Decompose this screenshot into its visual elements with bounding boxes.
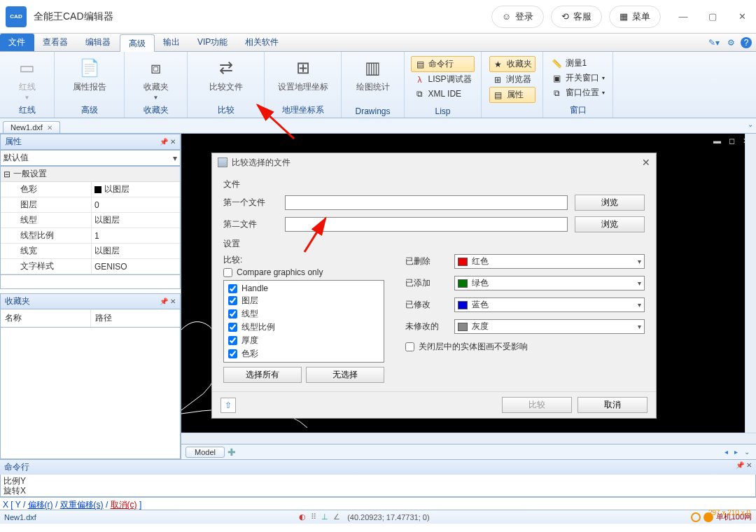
file2-label: 第二文件 — [223, 218, 278, 230]
prop-row-layer[interactable]: 图层0 — [1, 197, 180, 213]
app-title: 全能王CAD编辑器 — [34, 10, 491, 23]
help-icon[interactable]: ? — [741, 37, 752, 48]
compare-dialog: 比较选择的文件 ✕ 文件 第一个文件 浏览 第二文件 浏览 设置 比较: Com… — [211, 153, 657, 419]
added-label: 已添加 — [405, 277, 447, 289]
fav-col-path[interactable]: 路径 — [91, 309, 181, 327]
ribbon-compare-files[interactable]: ⇄比较文件 — [200, 55, 253, 94]
chk-color[interactable]: 色彩 — [228, 348, 379, 360]
chevron-down-icon: ▾ — [638, 258, 641, 265]
file1-input[interactable] — [285, 195, 568, 210]
select-none-button[interactable]: 无选择 — [306, 367, 384, 383]
menu-advanced[interactable]: 高级 — [120, 34, 155, 52]
properties-default-combo[interactable]: 默认值▾ — [0, 150, 181, 166]
prop-row-color[interactable]: 色彩以图层 — [1, 182, 180, 197]
browse2-button[interactable]: 浏览 — [575, 216, 645, 232]
ribbon-group-label: 窗口 — [545, 103, 611, 118]
favorites-body — [0, 328, 181, 459]
edit-icon[interactable]: ✎▾ — [707, 36, 721, 49]
close-button[interactable]: ✕ — [734, 11, 750, 22]
close-tab-icon[interactable]: ✕ — [47, 124, 52, 132]
login-button[interactable]: ☺登录 — [491, 6, 544, 28]
cancel-button[interactable]: 取消 — [578, 397, 648, 413]
ruler-icon: 📏 — [552, 58, 563, 69]
ribbon-attr-report[interactable]: 📄属性报告 — [63, 55, 116, 94]
prop-row-lineweight[interactable]: 线宽以图层 — [1, 244, 180, 259]
menu-vip[interactable]: VIP功能 — [189, 34, 237, 51]
ribbon-window-pos[interactable]: ⧉窗口位置▾ — [549, 85, 608, 100]
select-all-button[interactable]: 选择所有 — [223, 367, 302, 383]
pin-icon[interactable]: 📌 ✕ — [160, 298, 176, 305]
ribbon-toggle-window[interactable]: ▣开关窗口▾ — [549, 71, 608, 85]
dialog-title: 比较选择的文件 — [232, 157, 290, 169]
up-arrow-button[interactable]: ⇧ — [220, 398, 236, 413]
prop-group[interactable]: ⊟一般设置 — [1, 167, 180, 182]
added-color-select[interactable]: 绿色▾ — [454, 276, 645, 290]
maximize-button[interactable]: ▢ — [704, 11, 721, 22]
closed-layer-checkbox[interactable]: 关闭层中的实体图画不受影响 — [405, 341, 645, 353]
ribbon-favorites[interactable]: ⧈收藏夹▼ — [130, 55, 183, 102]
chk-thickness[interactable]: 厚度 — [228, 335, 379, 346]
menu-file[interactable]: 文件 — [0, 34, 34, 51]
prop-row-linescale[interactable]: 线型比例1 — [1, 228, 180, 244]
chk-handle[interactable]: Handle — [228, 284, 379, 293]
browse1-button[interactable]: 浏览 — [575, 195, 645, 211]
ribbon-fav-small[interactable]: ★收藏夹 — [489, 56, 536, 72]
menu-editor[interactable]: 编辑器 — [77, 34, 120, 51]
chk-linescale[interactable]: 线型比例 — [228, 321, 379, 333]
compare-fields-list[interactable]: Handle 图层 线型 线型比例 厚度 色彩 线宽 — [223, 280, 384, 363]
support-button[interactable]: ⟲客服 — [551, 6, 602, 28]
file2-input[interactable] — [285, 217, 568, 232]
props-icon: ▤ — [493, 90, 504, 101]
ribbon-geo-coords[interactable]: ⊞设置地理坐标 — [276, 55, 330, 94]
document-tab[interactable]: New1.dxf✕ — [3, 121, 60, 133]
ribbon-draw-stats[interactable]: ▥绘图统计 — [346, 55, 400, 94]
tabs-chevron-icon[interactable]: ⌄ — [748, 120, 753, 128]
chk-layer[interactable]: 图层 — [228, 295, 379, 307]
ribbon-browser[interactable]: ⊞浏览器 — [489, 72, 536, 87]
ribbon-props[interactable]: ▤属性 — [489, 87, 536, 103]
ribbon-cmdline[interactable]: ▤命令行 — [411, 56, 474, 72]
settings-icon[interactable]: ⚙ — [724, 36, 738, 49]
lisp-icon: λ — [414, 74, 425, 85]
compare-button[interactable]: 比较 — [502, 397, 572, 413]
collapse-icon: ⊟ — [4, 169, 10, 179]
deleted-color-select[interactable]: 红色▾ — [454, 254, 645, 269]
tab-nav-icons[interactable]: ◂ ▸ ⌄ — [724, 448, 752, 456]
scrollbar-horizontal[interactable] — [181, 433, 756, 444]
dialog-close-icon[interactable]: ✕ — [642, 157, 650, 168]
command-input[interactable]: X [ Y / 偏移(r) / 双重偏移(s) / 取消(c) ] — [0, 497, 756, 510]
minimize-button[interactable]: — — [675, 11, 692, 22]
menu-viewer[interactable]: 查看器 — [34, 34, 77, 51]
unchanged-color-select[interactable]: 灰度▾ — [454, 319, 645, 334]
document-tabs: New1.dxf✕ ⌄ — [0, 118, 756, 134]
prop-row-textstyle[interactable]: 文字样式GENISO — [1, 259, 180, 274]
chk-linetype[interactable]: 线型 — [228, 308, 379, 320]
star-icon: ★ — [493, 59, 504, 70]
status-coords: (40.20923; 17.47731; 0) — [347, 513, 429, 522]
menu-related[interactable]: 相关软件 — [237, 34, 288, 51]
pin-icon[interactable]: 📌 ✕ — [160, 138, 176, 146]
ribbon-redline[interactable]: ▭红线▼ — [1, 55, 54, 102]
favorites-columns: 名称 路径 — [0, 309, 181, 328]
ribbon-measure[interactable]: 📏测量1 — [549, 56, 608, 71]
fav-col-name[interactable]: 名称 — [1, 309, 91, 327]
compare-graphics-checkbox[interactable]: Compare graphics only — [223, 267, 384, 277]
chk-lineweight[interactable]: 线宽 — [228, 361, 379, 363]
dialog-titlebar[interactable]: 比较选择的文件 ✕ — [212, 153, 656, 172]
scrollbar-vertical[interactable] — [745, 134, 756, 433]
properties-header: 属性📌 ✕ — [0, 134, 181, 150]
dialog-icon — [218, 158, 227, 167]
model-tab[interactable]: Model — [186, 447, 225, 458]
ribbon-group-label: Drawings — [343, 105, 402, 118]
menu-output[interactable]: 输出 — [155, 34, 189, 51]
modified-color-select[interactable]: 蓝色▾ — [454, 298, 645, 312]
ribbon-lisp-debug[interactable]: λLISP调试器 — [411, 72, 474, 87]
status-icons[interactable]: ◐ ⠿ ⊥ ∠ — [298, 512, 342, 522]
chevron-down-icon: ▾ — [638, 323, 641, 330]
prop-row-linetype[interactable]: 线型以图层 — [1, 213, 180, 228]
ribbon-xml-ide[interactable]: ⧉XML IDE — [411, 87, 474, 101]
cmd-icon: ▤ — [414, 59, 426, 70]
menu-button[interactable]: ▦菜单 — [609, 6, 661, 28]
pin-icon[interactable]: 📌 ✕ — [736, 461, 752, 473]
add-layout-icon[interactable]: ✚ — [227, 447, 236, 458]
